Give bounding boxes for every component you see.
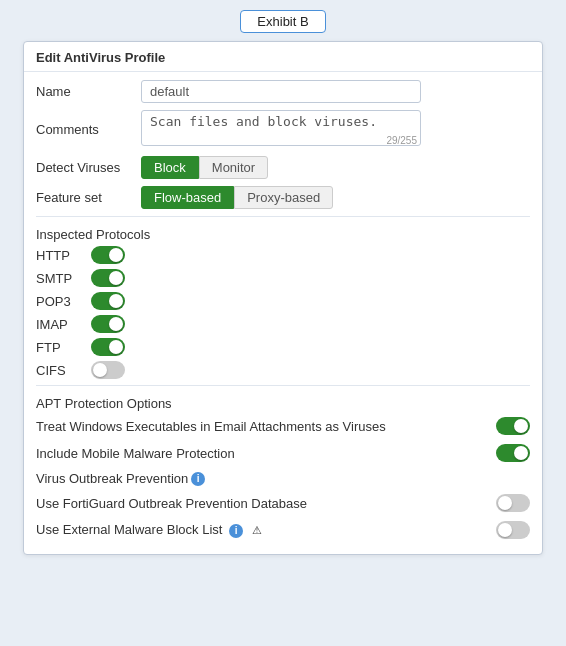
comments-row: Comments Scan files and block viruses. 2… <box>36 110 530 149</box>
protocol-label-http: HTTP <box>36 248 91 263</box>
feature-set-btn-group: Flow-based Proxy-based <box>141 186 333 209</box>
apt-label-external-malware: Use External Malware Block List i ⚠ <box>36 522 496 538</box>
panel-title: Edit AntiVirus Profile <box>24 42 542 72</box>
apt-toggle-external-malware[interactable] <box>496 521 530 539</box>
apt-protection-header: APT Protection Options <box>36 392 530 415</box>
feature-set-label: Feature set <box>36 190 141 205</box>
toggle-knob-cifs <box>93 363 107 377</box>
feature-set-row: Feature set Flow-based Proxy-based <box>36 186 530 209</box>
protocol-row-imap: IMAP <box>36 315 530 333</box>
name-row: Name <box>36 80 530 103</box>
toggle-knob-http <box>109 248 123 262</box>
toggle-knob-smtp <box>109 271 123 285</box>
name-label: Name <box>36 84 141 99</box>
protocol-row-smtp: SMTP <box>36 269 530 287</box>
protocol-row-http: HTTP <box>36 246 530 264</box>
protocol-label-cifs: CIFS <box>36 363 91 378</box>
external-malware-warn-icon[interactable]: ⚠ <box>250 524 264 538</box>
protocol-toggle-pop3[interactable] <box>91 292 125 310</box>
virus-outbreak-label: Virus Outbreak Prevention <box>36 471 188 486</box>
protocol-toggle-http[interactable] <box>91 246 125 264</box>
protocol-label-smtp: SMTP <box>36 271 91 286</box>
virus-outbreak-info-icon[interactable]: i <box>191 472 205 486</box>
external-malware-info-icon[interactable]: i <box>229 524 243 538</box>
protocol-row-pop3: POP3 <box>36 292 530 310</box>
name-input[interactable] <box>141 80 421 103</box>
protocol-toggle-ftp[interactable] <box>91 338 125 356</box>
virus-outbreak-row: Virus Outbreak Prevention i <box>36 469 530 488</box>
comments-label: Comments <box>36 122 141 137</box>
toggle-knob-external-malware <box>498 523 512 537</box>
toggle-knob-imap <box>109 317 123 331</box>
apt-row-external-malware: Use External Malware Block List i ⚠ <box>36 519 530 541</box>
char-count: 29/255 <box>386 135 417 146</box>
external-malware-text: Use External Malware Block List <box>36 522 222 537</box>
toggle-knob-windows-exe <box>514 419 528 433</box>
comments-input[interactable]: Scan files and block viruses. <box>141 110 421 146</box>
toggle-knob-pop3 <box>109 294 123 308</box>
protocol-toggle-cifs[interactable] <box>91 361 125 379</box>
feature-set-flow-button[interactable]: Flow-based <box>141 186 234 209</box>
detect-viruses-block-button[interactable]: Block <box>141 156 199 179</box>
apt-toggle-fortiguard[interactable] <box>496 494 530 512</box>
toggle-knob-fortiguard <box>498 496 512 510</box>
detect-viruses-monitor-button[interactable]: Monitor <box>199 156 268 179</box>
apt-row-mobile-malware: Include Mobile Malware Protection <box>36 442 530 464</box>
exhibit-tab: Exhibit B <box>240 10 325 33</box>
protocol-label-ftp: FTP <box>36 340 91 355</box>
apt-label-windows-exe: Treat Windows Executables in Email Attac… <box>36 419 496 434</box>
apt-toggle-windows-exe[interactable] <box>496 417 530 435</box>
detect-viruses-label: Detect Viruses <box>36 160 141 175</box>
protocol-row-ftp: FTP <box>36 338 530 356</box>
inspected-protocols-header: Inspected Protocols <box>36 223 530 246</box>
feature-set-proxy-button[interactable]: Proxy-based <box>234 186 333 209</box>
toggle-knob-mobile-malware <box>514 446 528 460</box>
detect-viruses-row: Detect Viruses Block Monitor <box>36 156 530 179</box>
apt-label-mobile-malware: Include Mobile Malware Protection <box>36 446 496 461</box>
detect-viruses-btn-group: Block Monitor <box>141 156 268 179</box>
edit-antivirus-panel: Edit AntiVirus Profile Name Comments Sca… <box>23 41 543 555</box>
toggle-knob-ftp <box>109 340 123 354</box>
protocol-row-cifs: CIFS <box>36 361 530 379</box>
protocol-toggle-smtp[interactable] <box>91 269 125 287</box>
protocol-label-pop3: POP3 <box>36 294 91 309</box>
apt-label-fortiguard: Use FortiGuard Outbreak Prevention Datab… <box>36 496 496 511</box>
protocol-label-imap: IMAP <box>36 317 91 332</box>
divider-2 <box>36 385 530 386</box>
apt-row-fortiguard: Use FortiGuard Outbreak Prevention Datab… <box>36 492 530 514</box>
protocol-toggle-imap[interactable] <box>91 315 125 333</box>
comments-wrapper: Scan files and block viruses. 29/255 <box>141 110 421 149</box>
apt-toggle-mobile-malware[interactable] <box>496 444 530 462</box>
divider-1 <box>36 216 530 217</box>
apt-row-windows-exe: Treat Windows Executables in Email Attac… <box>36 415 530 437</box>
form-body: Name Comments Scan files and block virus… <box>24 72 542 554</box>
